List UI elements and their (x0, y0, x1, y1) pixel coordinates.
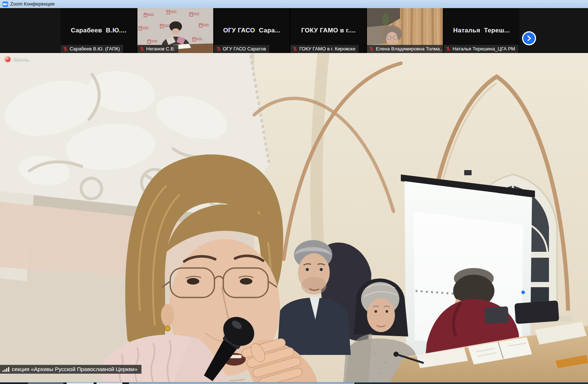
participant-label-text: ОГУ ГАСО Саратов (223, 46, 266, 52)
session-label-text: секция «Архивы Русской Православной Церк… (12, 366, 137, 372)
recording-label: Запись (13, 56, 29, 62)
main-video-scene (0, 53, 588, 383)
participant-label-text: Сарабеев В.Ю. (ГАПК) (70, 46, 120, 52)
muted-mic-icon (216, 46, 221, 51)
participant-label: ГОКУ ГАМО в г. Кировске (290, 45, 358, 53)
record-dot-icon (5, 57, 10, 62)
participant-tile[interactable]: Сарабеев В.Ю.... Сарабеев В.Ю. (ГАПК) (61, 8, 137, 53)
next-participants-button[interactable] (522, 31, 536, 45)
muted-mic-icon (140, 46, 144, 51)
muted-mic-icon (446, 46, 451, 51)
participant-label-text: Наталья Терешина_ЦГА РМ (452, 46, 515, 52)
participant-filmstrip: Сарабеев В.Ю.... Сарабеев В.Ю. (ГАПК) (0, 8, 588, 53)
participant-label: Елена Владимировна Толма... (367, 45, 443, 53)
window-title: Zoom Конференция (10, 0, 55, 8)
muted-mic-icon (293, 46, 297, 51)
participant-tile[interactable]: Наталья Тереш... Наталья Терешина_ЦГА РМ (444, 8, 519, 53)
signal-bars-icon (3, 367, 9, 372)
participant-label: ОГУ ГАСО Саратов (214, 45, 269, 53)
main-video: Запись секция «Архивы Русской Православн… (0, 53, 588, 383)
taskbar-strip[interactable] (0, 382, 588, 384)
participant-label: Неганов С.В. (137, 45, 179, 53)
recording-indicator: Запись (5, 56, 29, 62)
muted-mic-icon (63, 46, 68, 51)
window-titlebar[interactable]: Zoom Конференция (0, 0, 588, 8)
muted-mic-icon (369, 46, 374, 51)
participant-label-text: ГОКУ ГАМО в г. Кировске (299, 46, 355, 52)
zoom-window: Zoom Конференция Сарабеев В.Ю.... Сарабе… (0, 0, 588, 384)
participant-label-text: Неганов С.В. (146, 46, 175, 52)
participant-label: Сарабеев В.Ю. (ГАПК) (61, 45, 123, 53)
participant-label: Наталья Терешина_ЦГА РМ (444, 45, 518, 53)
participant-label-text: Елена Владимировна Толма... (376, 46, 443, 52)
participant-tile[interactable]: ОГУ ГАСО Сара... ОГУ ГАСО Саратов (214, 8, 290, 53)
zoom-app-icon (3, 1, 8, 7)
participant-tile[interactable]: ГОКУ ГАМО в г.... ГОКУ ГАМО в г. Кировск… (290, 8, 366, 53)
participant-tile[interactable]: Неганов С.В. (137, 8, 213, 53)
participant-tile[interactable]: Елена Владимировна Толма... (367, 8, 443, 53)
session-label: секция «Архивы Русской Православной Церк… (0, 365, 141, 374)
chevron-right-icon (525, 34, 533, 42)
participant-tiles: Сарабеев В.Ю.... Сарабеев В.Ю. (ГАПК) (61, 8, 519, 53)
